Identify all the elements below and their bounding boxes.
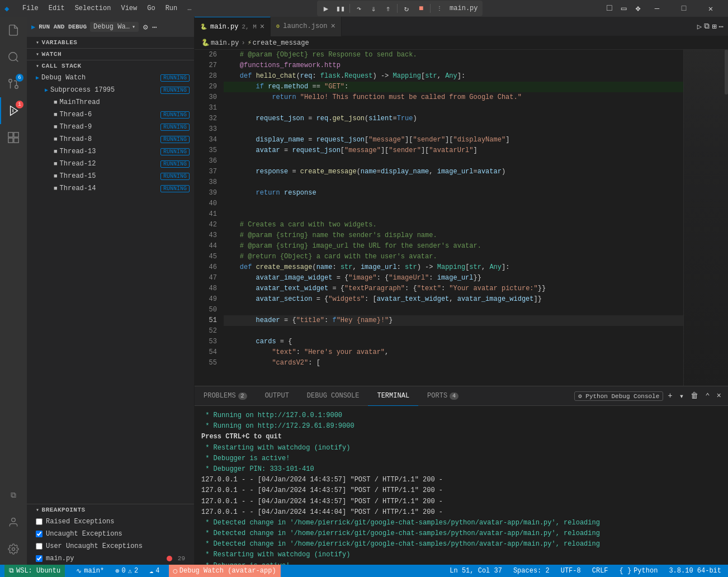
call-stack-item[interactable]: ■MainThread <box>27 96 194 108</box>
tab-main-py[interactable]: 🐍 main.py 2, M × <box>195 17 271 36</box>
call-stack-header[interactable]: ▾CALL STACK <box>27 60 194 72</box>
restart-button[interactable]: ↻ <box>400 2 413 15</box>
panel-tab-problems[interactable]: PROBLEMS 2 <box>195 386 256 406</box>
cursor-position-label: Ln 51, Col 37 <box>450 567 502 575</box>
debug-session-indicator[interactable]: ◯ Debug Watch (avatar-app) <box>169 565 281 577</box>
breakpoints-header[interactable]: ▾BREAKPOINTS <box>27 504 194 515</box>
continue-button[interactable]: ▶ <box>319 2 333 15</box>
code-line <box>224 124 683 135</box>
call-stack-item[interactable]: ■Thread-15RUNNING <box>27 170 194 182</box>
code-editor[interactable]: 2627282930313233343536373839404142434445… <box>195 50 728 386</box>
minimap[interactable] <box>683 50 728 386</box>
activity-remote[interactable]: ⧉ <box>0 482 27 509</box>
drag-handle[interactable]: ⋮ <box>433 2 446 15</box>
customize-layout-button[interactable]: □ <box>603 2 616 15</box>
more-actions-editor-button[interactable]: ⋯ <box>719 22 724 31</box>
python-debug-console-button[interactable]: ⚙ Python Debug Console <box>574 391 663 401</box>
running-icon: ▶ <box>36 74 39 81</box>
python-version-indicator[interactable]: 3.8.10 64-bit <box>666 567 724 575</box>
menu-edit[interactable]: Edit <box>44 3 69 13</box>
step-into-button[interactable]: ⇓ <box>367 2 380 15</box>
menu-selection[interactable]: Selection <box>70 3 116 13</box>
breakpoint-item[interactable]: Uncaught Exceptions <box>27 528 194 540</box>
close-panel-button[interactable]: × <box>715 390 724 401</box>
activity-settings[interactable] <box>0 536 27 562</box>
menu-view[interactable]: View <box>116 3 141 13</box>
run-file-button[interactable]: ▷ <box>697 22 702 31</box>
more-actions-button[interactable]: ⋯ <box>152 22 157 32</box>
breakpoint-item[interactable]: main.py29 <box>27 552 194 565</box>
call-stack-item[interactable]: ■Thread-8RUNNING <box>27 133 194 145</box>
breakpoint-checkbox[interactable] <box>36 543 42 550</box>
wsl-indicator[interactable]: ⧉ WSL: Ubuntu <box>4 565 65 577</box>
breakpoint-item[interactable]: Raised Exceptions <box>27 515 194 528</box>
thread-icon: ■ <box>54 185 58 192</box>
language-mode-indicator[interactable]: { } Python <box>617 567 660 575</box>
maximize-button[interactable]: □ <box>671 0 697 17</box>
toggle-panel-button[interactable]: ▭ <box>618 2 630 15</box>
activity-search[interactable] <box>0 44 27 70</box>
maximize-panel-button[interactable]: ⌃ <box>703 390 712 402</box>
problems-status[interactable]: ⊗ 0 ⚠ 2 <box>113 567 140 575</box>
encoding-indicator[interactable]: UTF-8 <box>559 567 583 575</box>
breakpoint-checkbox[interactable] <box>36 518 42 525</box>
tab-main-py-close[interactable]: × <box>260 22 264 31</box>
call-stack-item[interactable]: ▶Debug WatchRUNNING <box>27 72 194 84</box>
call-stack-item[interactable]: ■Thread-9RUNNING <box>27 121 194 133</box>
call-stack-item[interactable]: ■Thread-12RUNNING <box>27 158 194 170</box>
panel-tab-debug-console[interactable]: DEBUG CONSOLE <box>298 386 368 406</box>
breadcrumb-file-icon: 🐍 <box>201 39 210 47</box>
terminal[interactable]: * Running on http://127.0.0.1:9000 * Run… <box>195 406 728 565</box>
tab-launch-json-close[interactable]: × <box>330 22 335 31</box>
call-stack-item[interactable]: ■Thread-14RUNNING <box>27 182 194 195</box>
tab-launch-json[interactable]: ⚙ launch.json × <box>271 17 342 36</box>
sync-indicator[interactable]: ☁ 4 <box>147 567 162 575</box>
breakpoint-checkbox[interactable] <box>36 531 42 537</box>
status-badge: RUNNING <box>160 148 190 155</box>
breadcrumb-function[interactable]: create_message <box>253 39 309 47</box>
call-stack-item[interactable]: ■Thread-13RUNNING <box>27 145 194 158</box>
menu-run[interactable]: Run <box>161 3 182 13</box>
editor-area: 🐍 main.py 2, M × ⚙ launch.json × ▷ ⧉ ⊞ ⋯… <box>195 17 728 565</box>
activity-run-debug[interactable]: 1 <box>0 97 27 124</box>
call-stack-item[interactable]: ▶Subprocess 17995RUNNING <box>27 84 194 96</box>
source-control-badge: 6 <box>16 74 23 82</box>
panel-tab-ports[interactable]: PORTS 4 <box>418 386 467 406</box>
toggle-sidebar-button[interactable]: ❖ <box>632 2 644 15</box>
watch-header[interactable]: ▾WATCH <box>27 49 194 60</box>
menu-file[interactable]: File <box>18 3 43 13</box>
activity-explorer[interactable] <box>0 17 27 44</box>
menu-more[interactable]: … <box>183 3 196 13</box>
panel-tab-terminal[interactable]: TERMINAL <box>368 386 418 406</box>
kill-terminal-button[interactable]: 🗑 <box>688 390 701 401</box>
step-out-button[interactable]: ⇑ <box>381 2 395 15</box>
minimap-slider[interactable] <box>725 50 728 94</box>
step-over-button[interactable]: ↷ <box>352 2 366 15</box>
terminal-dropdown-button[interactable]: ▾ <box>677 390 686 402</box>
activity-accounts[interactable] <box>0 509 27 536</box>
breakpoint-checkbox[interactable] <box>36 555 42 562</box>
new-terminal-button[interactable]: + <box>665 390 674 401</box>
variables-header[interactable]: ▾VARIABLES <box>27 37 194 48</box>
activity-source-control[interactable]: 6 <box>0 70 27 97</box>
breadcrumb-file[interactable]: main.py <box>211 39 239 47</box>
open-changes-button[interactable]: ⧉ <box>704 22 710 31</box>
panel-tab-output[interactable]: OUTPUT <box>256 386 298 406</box>
menu-go[interactable]: Go <box>143 3 159 13</box>
minimize-button[interactable]: — <box>644 0 670 17</box>
indentation-indicator[interactable]: Spaces: 2 <box>511 567 552 575</box>
call-stack-item[interactable]: ■Thread-6RUNNING <box>27 108 194 121</box>
git-branch-indicator[interactable]: ∿ main* <box>74 567 106 575</box>
line-ending-indicator[interactable]: CRLF <box>590 567 611 575</box>
open-launch-json-button[interactable]: ⚙ <box>142 21 149 33</box>
activity-bar: 6 1 ⧉ <box>0 17 27 565</box>
pause-button[interactable]: ▮▮ <box>334 2 347 15</box>
activity-extensions[interactable] <box>0 124 27 151</box>
close-button[interactable]: ✕ <box>698 0 724 17</box>
stop-button[interactable]: ■ <box>414 2 428 15</box>
debug-config-select[interactable]: Debug Wa… ▾ <box>90 22 139 32</box>
debug-toolbar: ▶ ▮▮ ↷ ⇓ ⇑ ↻ ■ ⋮ main.py <box>317 1 482 16</box>
split-editor-button[interactable]: ⊞ <box>712 22 716 31</box>
cursor-position-indicator[interactable]: Ln 51, Col 37 <box>447 567 504 575</box>
breakpoint-item[interactable]: User Uncaught Exceptions <box>27 540 194 552</box>
